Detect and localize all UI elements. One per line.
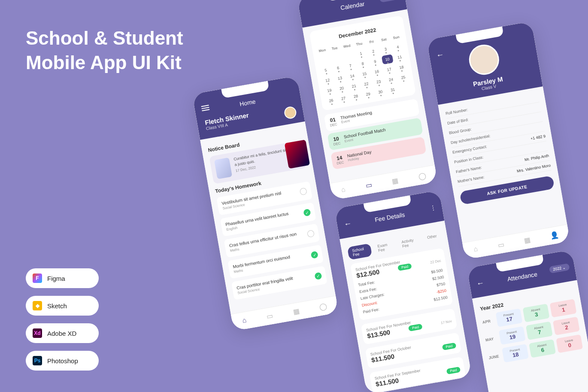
tool-figma: F Figma: [26, 268, 99, 288]
nav-calendar-icon[interactable]: ▭: [497, 240, 505, 249]
status-check-icon[interactable]: ✓: [310, 251, 318, 259]
more-icon[interactable]: ⋮: [430, 204, 437, 212]
tab-exam-fee[interactable]: Exam Fee: [373, 239, 396, 255]
tab-activity-fee[interactable]: Activity Fee: [397, 234, 422, 251]
nav-gallery-icon[interactable]: ▦: [292, 307, 300, 316]
menu-icon[interactable]: [201, 103, 210, 112]
title-text: School & Student Mobile App UI Kit: [26, 26, 183, 75]
tab-school-fee[interactable]: School Fee: [347, 243, 372, 260]
status-unchecked-icon[interactable]: [299, 188, 307, 196]
nav-calendar-icon[interactable]: ▭: [365, 181, 373, 190]
nav-home-icon[interactable]: ⌂: [341, 185, 346, 194]
paid-badge: Paid: [397, 263, 412, 271]
status-check-icon[interactable]: ✓: [314, 272, 322, 280]
back-icon[interactable]: ←: [436, 50, 445, 60]
profile-avatar[interactable]: [467, 43, 501, 77]
calendar-grid: MonTueWedThuFriSatSun 1234 567891011 121…: [316, 33, 411, 106]
tool-sketch: ◆ Sketch: [26, 296, 99, 316]
tool-xd: Xd Adobe XD: [26, 323, 99, 343]
phone-attendance: ← Attendance 2022 ⌄ Year 2022 APR Presen…: [467, 249, 588, 392]
nav-profile-icon[interactable]: ◯: [418, 171, 427, 181]
notice-side-image: [285, 140, 310, 169]
xd-icon: Xd: [33, 328, 42, 338]
sketch-icon: ◆: [33, 301, 42, 310]
nav-home-icon[interactable]: ⌂: [473, 245, 479, 253]
figma-icon: F: [33, 273, 42, 283]
phone-calendar: Calendar 2022 ⌄ December 2022 MonTueWedT…: [297, 0, 438, 200]
nav-gallery-icon[interactable]: ▦: [523, 236, 531, 245]
back-icon[interactable]: ←: [343, 219, 352, 229]
marketing-title: School & Student Mobile App UI Kit: [26, 26, 183, 75]
phone-home: Home Fletch Skinner Class VIII A Notice …: [192, 76, 338, 331]
status-check-icon[interactable]: ✓: [303, 209, 311, 217]
nav-gallery-icon[interactable]: ▦: [391, 176, 399, 185]
nav-profile-icon[interactable]: ◯: [319, 302, 328, 311]
tool-photoshop: Ps Photoshop: [26, 351, 99, 371]
phone-profile: ← Parsley M Class V Roll Number: Date of…: [427, 21, 570, 260]
nav-calendar-icon[interactable]: ▭: [266, 312, 273, 321]
photoshop-icon: Ps: [33, 356, 42, 365]
phone-fee: ← Fee Details ⋮ School Fee Exam Fee Acti…: [334, 190, 472, 392]
tool-badges: F Figma ◆ Sketch Xd Adobe XD Ps Photosho…: [26, 268, 99, 371]
nav-profile-icon[interactable]: 👤: [549, 231, 559, 240]
notice-thumbnail-icon: [214, 158, 232, 179]
calendar-day-selected[interactable]: 10: [381, 54, 393, 64]
nav-home-icon[interactable]: ⌂: [242, 316, 247, 325]
tab-other[interactable]: Other: [422, 231, 443, 247]
back-icon[interactable]: ←: [476, 278, 485, 289]
status-unchecked-icon[interactable]: [307, 230, 315, 238]
